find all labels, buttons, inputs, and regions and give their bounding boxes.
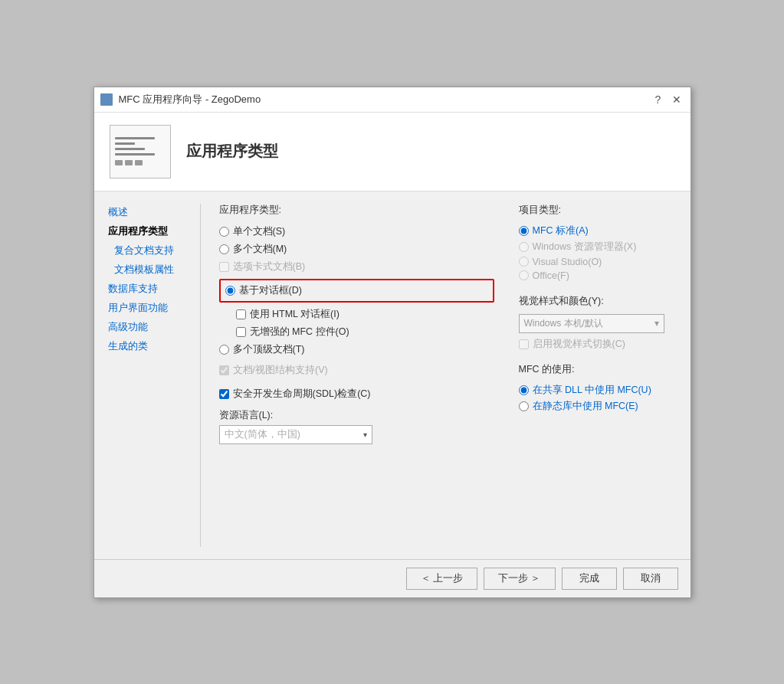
radio-office-label: Office(F): [533, 270, 569, 281]
radio-staticlib-input[interactable]: [519, 401, 529, 411]
view-style-label: 视觉样式和颜色(Y):: [519, 295, 678, 308]
icon-line-2: [115, 142, 135, 145]
radio-shareddll-label: 在共享 DLL 中使用 MFC(U): [533, 384, 651, 397]
help-button[interactable]: ?: [651, 92, 666, 107]
main-window: MFC 应用程序向导 - ZegoDemo ? ✕ 应用程序类型 概述应用程序类…: [93, 87, 691, 598]
radio-shareddll-input[interactable]: [519, 385, 529, 395]
main-content: 概述应用程序类型复合文档支持文档模板属性数据库支持用户界面功能高级功能生成的类 …: [94, 191, 691, 559]
icon-dot-1: [115, 160, 123, 165]
sidebar: 概述应用程序类型复合文档支持文档模板属性数据库支持用户界面功能高级功能生成的类: [94, 204, 194, 547]
window-title: MFC 应用程序向导 - ZegoDemo: [119, 93, 261, 106]
radio-multi-input[interactable]: [219, 244, 229, 254]
title-bar: MFC 应用程序向导 - ZegoDemo ? ✕: [94, 87, 691, 113]
checkbox-sdl-input[interactable]: [219, 389, 229, 399]
sidebar-item-ui-features[interactable]: 用户界面功能: [103, 299, 185, 317]
radio-single-doc[interactable]: 单个文档(S): [219, 223, 494, 241]
radio-multitop-input[interactable]: [219, 345, 229, 355]
radio-single-label: 单个文档(S): [233, 225, 286, 238]
resource-lang-container: 资源语言(L): 中文(简体，中国) ▾: [219, 409, 494, 444]
sidebar-item-advanced[interactable]: 高级功能: [103, 319, 185, 336]
checkbox-docview-input: [219, 365, 229, 375]
radio-dialog-input[interactable]: [225, 286, 235, 296]
checkbox-doc-view: 文档/视图结构支持(V): [219, 362, 494, 379]
radio-staticlib-label: 在静态库中使用 MFC(E): [533, 400, 638, 413]
header-icon: [110, 125, 171, 178]
radio-office: Office(F): [519, 269, 678, 283]
sidebar-item-gen-classes[interactable]: 生成的类: [103, 338, 185, 355]
sidebar-item-overview[interactable]: 概述: [103, 204, 185, 221]
form-area: 应用程序类型: 单个文档(S) 多个文档(M) 选项卡式文档(B) 基于对话: [207, 204, 507, 547]
radio-visual-studio: Visual Studio(O): [519, 255, 678, 269]
icon-line-4: [115, 153, 156, 155]
finish-button[interactable]: 完成: [562, 568, 617, 590]
radio-dialog-label: 基于对话框(D): [239, 284, 302, 297]
sidebar-item-db-support[interactable]: 数据库支持: [103, 280, 185, 298]
checkbox-tabbed-input: [219, 262, 229, 272]
checkbox-nomfc-input[interactable]: [236, 327, 246, 337]
view-switch-label: 启用视觉样式切换(C): [533, 338, 625, 351]
radio-single-input[interactable]: [219, 227, 229, 237]
radio-vs-input: [519, 257, 529, 267]
radio-winexplorer-label: Windows 资源管理器(X): [533, 241, 637, 254]
header-area: 应用程序类型: [94, 113, 691, 191]
next-button[interactable]: 下一步 ＞: [484, 568, 555, 590]
view-style-dropdown[interactable]: Windows 本机/默认 ▾: [519, 314, 664, 333]
checkbox-html-input[interactable]: [236, 309, 246, 319]
view-switch-checkbox: 启用视觉样式切换(C): [519, 338, 678, 351]
mfc-usage-section: MFC 的使用: 在共享 DLL 中使用 MFC(U) 在静态库中使用 MFC(…: [519, 363, 678, 414]
checkbox-sdl[interactable]: 安全开发生命周期(SDL)检查(C): [219, 385, 494, 403]
view-style-arrow-icon: ▾: [654, 318, 659, 329]
radio-multi-doc[interactable]: 多个文档(M): [219, 241, 494, 258]
checkbox-tabbed-label: 选项卡式文档(B): [233, 260, 306, 273]
radio-multi-label: 多个文档(M): [233, 243, 287, 256]
radio-shared-dll[interactable]: 在共享 DLL 中使用 MFC(U): [519, 382, 678, 398]
project-type-label: 项目类型:: [519, 204, 678, 217]
sidebar-item-app-type: 应用程序类型: [103, 223, 185, 241]
view-style-section: 视觉样式和颜色(Y): Windows 本机/默认 ▾ 启用视觉样式切换(C): [519, 295, 678, 351]
checkbox-tabbed-doc: 选项卡式文档(B): [219, 258, 494, 276]
radio-mfc-standard-input[interactable]: [519, 226, 529, 236]
view-style-value: Windows 本机/默认: [524, 317, 603, 330]
radio-dialog-based[interactable]: 基于对话框(D): [225, 282, 488, 299]
checkbox-sdl-label: 安全开发生命周期(SDL)检查(C): [233, 388, 371, 401]
icon-line-3: [115, 148, 146, 150]
dialog-sub-options: 使用 HTML 对话框(I) 无增强的 MFC 控件(O): [219, 306, 494, 341]
sidebar-item-doc-template[interactable]: 文档模板属性: [103, 261, 185, 279]
page-title: 应用程序类型: [186, 141, 278, 162]
icon-dot-2: [125, 160, 133, 165]
dialog-based-container: 基于对话框(D): [219, 279, 494, 303]
radio-mfc-standard[interactable]: MFC 标准(A): [519, 223, 678, 239]
radio-office-input: [519, 270, 529, 280]
radio-static-lib[interactable]: 在静态库中使用 MFC(E): [519, 398, 678, 414]
icon-dots: [115, 160, 143, 165]
app-icon: [100, 93, 113, 106]
radio-mfc-standard-label: MFC 标准(A): [533, 224, 589, 237]
app-type-label: 应用程序类型:: [219, 204, 494, 217]
checkbox-html-label: 使用 HTML 对话框(I): [250, 308, 340, 321]
right-panel: 项目类型: MFC 标准(A) Windows 资源管理器(X) Visual …: [507, 204, 691, 547]
sidebar-item-compound-doc[interactable]: 复合文档支持: [103, 242, 185, 260]
resource-lang-value: 中文(简体，中国): [225, 428, 300, 441]
checkbox-nomfc-label: 无增强的 MFC 控件(O): [250, 326, 349, 339]
checkbox-html-dialog[interactable]: 使用 HTML 对话框(I): [236, 306, 494, 323]
view-switch-input: [519, 339, 529, 349]
dropdown-arrow-icon: ▾: [363, 430, 367, 439]
radio-multitop-label: 多个顶级文档(T): [233, 343, 305, 356]
title-bar-left: MFC 应用程序向导 - ZegoDemo: [100, 93, 261, 106]
checkbox-no-mfc-ctrl[interactable]: 无增强的 MFC 控件(O): [236, 323, 494, 341]
radio-vs-label: Visual Studio(O): [533, 257, 602, 267]
radio-multi-toplevel[interactable]: 多个顶级文档(T): [219, 341, 494, 358]
mfc-usage-label: MFC 的使用:: [519, 363, 678, 376]
close-button[interactable]: ✕: [669, 92, 684, 107]
icon-dot-3: [135, 160, 143, 165]
icon-line-1: [115, 137, 156, 139]
resource-lang-dropdown[interactable]: 中文(简体，中国) ▾: [219, 425, 372, 444]
cancel-button[interactable]: 取消: [623, 568, 678, 590]
back-button[interactable]: ＜ 上一步: [406, 568, 477, 590]
sidebar-divider: [200, 204, 201, 547]
checkbox-docview-label: 文档/视图结构支持(V): [233, 364, 328, 377]
radio-winexplorer-input: [519, 242, 529, 252]
title-bar-controls: ? ✕: [651, 92, 684, 107]
resource-lang-label: 资源语言(L):: [219, 409, 494, 422]
radio-win-explorer: Windows 资源管理器(X): [519, 239, 678, 255]
